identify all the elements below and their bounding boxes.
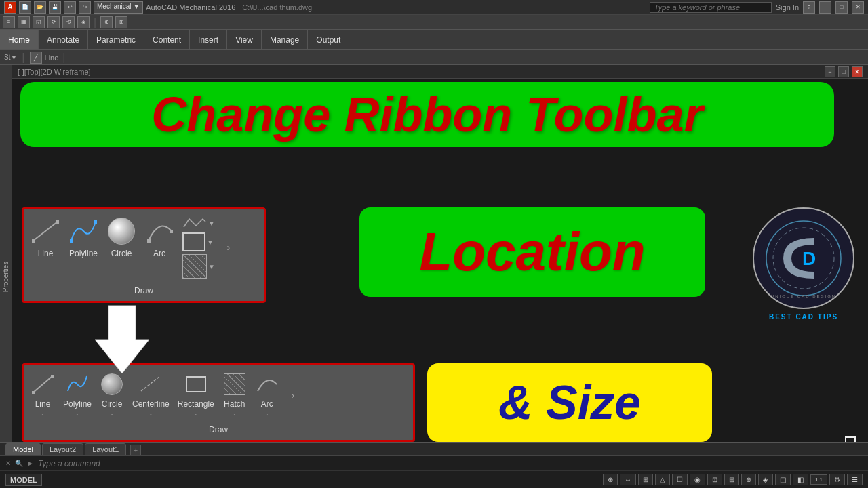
add-layout-btn[interactable]: + — [130, 445, 141, 455]
dropdown-arrow3[interactable]: ▼ — [208, 263, 215, 270]
svg-rect-6 — [170, 230, 173, 233]
ribbon-tab-manage[interactable]: Manage — [262, 30, 308, 49]
line-label-top: Line — [38, 249, 54, 258]
open-btn[interactable]: 📂 — [34, 1, 46, 14]
svg-marker-7 — [95, 306, 149, 373]
status-snap[interactable]: ↔ — [620, 474, 636, 485]
status-ducs[interactable]: ⊡ — [707, 474, 722, 485]
tool-rectangle[interactable]: Rectangle • — [178, 372, 214, 418]
down-arrow — [92, 302, 153, 380]
ribbon-tab-content[interactable]: Content — [144, 30, 190, 49]
tool-line-top[interactable]: Line — [31, 216, 60, 258]
draw-tools-top: Line Polyline Circle — [31, 216, 257, 279]
size-text: & Size — [443, 375, 696, 430]
restore-btn[interactable]: □ — [835, 1, 848, 14]
new-btn[interactable]: 📄 — [19, 1, 31, 14]
redo-btn[interactable]: ↪ — [79, 1, 91, 14]
viewport-minimize[interactable]: − — [825, 66, 835, 77]
tool2[interactable]: ◱ — [33, 16, 45, 28]
status-ws[interactable]: ⚙ — [829, 474, 845, 485]
status-osnap[interactable]: ☐ — [672, 474, 688, 485]
model-tabs: Model Layout2 Layout1 + — [0, 442, 868, 455]
minimize-btn[interactable]: − — [819, 1, 831, 14]
ribbon-tab-annotate[interactable]: Annotate — [39, 30, 88, 49]
location-text: Location — [380, 221, 685, 283]
status-sel[interactable]: ◧ — [793, 474, 808, 485]
tool-arc-top[interactable]: Arc — [144, 216, 174, 258]
tool-hatch[interactable]: Hatch • — [222, 372, 247, 418]
tool-polyline-bottom[interactable]: Polyline • — [63, 372, 92, 418]
status-grid[interactable]: ⊞ — [638, 474, 653, 485]
tab-layout1[interactable]: Layout1 — [85, 443, 126, 455]
banner-title: Change Ribbon Toolbar — [41, 90, 814, 139]
panel-expand-bottom[interactable]: › — [288, 390, 298, 401]
status-tp[interactable]: ◈ — [758, 474, 773, 485]
tool3[interactable]: ⟳ — [47, 16, 60, 28]
ribbon-tab-view[interactable]: View — [227, 30, 262, 49]
tab-model[interactable]: Model — [5, 443, 41, 455]
status-otrack[interactable]: ◉ — [690, 474, 705, 485]
svg-line-0 — [33, 222, 58, 241]
tool-arc-bottom[interactable]: Arc • — [255, 372, 279, 418]
save-btn[interactable]: 💾 — [49, 1, 61, 14]
title-bar: A 📄 📂 💾 ↩ ↪ Mechanical ▼ AutoCAD Mechani… — [0, 0, 868, 15]
app-title: AutoCAD Mechanical 2016 — [146, 3, 235, 12]
viewport-header: [-][Top][2D Wireframe] − □ ✕ — [12, 65, 868, 79]
status-ui[interactable]: ☰ — [847, 474, 863, 485]
cmd-icon2[interactable]: 🔍 — [15, 460, 23, 467]
ribbon-tab-home[interactable]: Home — [0, 30, 39, 49]
polyline-icon — [68, 216, 98, 246]
arc-dot: • — [266, 411, 268, 418]
tool-polyline-top[interactable]: Polyline — [68, 216, 98, 258]
tool7[interactable]: ⊞ — [115, 16, 127, 28]
status-ortho[interactable]: ⊕ — [603, 474, 618, 485]
model-indicator[interactable]: MODEL — [5, 474, 42, 486]
tool4[interactable]: ⟲ — [62, 16, 75, 28]
tool5[interactable]: ◈ — [77, 16, 90, 28]
line-tool-icon[interactable]: ╱ — [30, 52, 42, 64]
viewport-close[interactable]: ✕ — [852, 66, 863, 77]
tool6[interactable]: ⊕ — [100, 16, 113, 28]
status-qs[interactable]: ◫ — [775, 474, 791, 485]
line-icon-sm — [31, 372, 55, 396]
draw-panel-top: Line Polyline Circle — [22, 207, 266, 303]
cmd-icon1[interactable]: ✕ — [5, 460, 11, 467]
dropdown-arrow[interactable]: ▼ — [208, 220, 215, 227]
properties-label: Properties — [2, 261, 9, 292]
second-toolbar: St▼ | ╱ Line | — [0, 50, 868, 65]
command-input[interactable] — [38, 459, 863, 468]
logo-brand-text: BEST CAD TIPS — [769, 313, 838, 321]
close-btn[interactable]: ✕ — [852, 1, 864, 14]
undo-btn[interactable]: ↩ — [64, 1, 76, 14]
ribbon-tab-parametric[interactable]: Parametric — [88, 30, 144, 49]
status-lw[interactable]: ⊕ — [741, 474, 756, 485]
svg-text:UNIQUE CAD DESIGN: UNIQUE CAD DESIGN — [771, 294, 836, 298]
arc-icon — [144, 216, 174, 246]
dropdown-arrow2[interactable]: ▼ — [207, 239, 214, 246]
tab-layout2[interactable]: Layout2 — [42, 443, 83, 455]
tool-line-bottom[interactable]: Line • — [31, 372, 55, 418]
polyline-icon-sm — [65, 372, 90, 396]
file-name: C:\U...\cad thum.dwg — [242, 3, 312, 12]
status-polar[interactable]: △ — [655, 474, 670, 485]
line-label-bottom: Line — [35, 399, 51, 409]
tool1[interactable]: ▦ — [18, 16, 30, 28]
rectangle-icon — [184, 372, 208, 396]
arc-label-bottom: Arc — [261, 399, 273, 409]
properties-panel: Properties — [0, 65, 12, 488]
ribbon-tab-insert[interactable]: Insert — [190, 30, 227, 49]
viewport-maximize[interactable]: □ — [838, 66, 849, 77]
extra-row2: ▼ — [182, 232, 215, 251]
main-container: Properties [-][Top][2D Wireframe] − □ ✕ … — [0, 65, 868, 488]
ribbon-tab-output[interactable]: Output — [308, 30, 349, 49]
sign-in[interactable]: Sign In — [776, 3, 799, 12]
status-dyn[interactable]: ⊟ — [724, 474, 739, 485]
polyline-label-top: Polyline — [69, 249, 98, 258]
workspace-dropdown[interactable]: Mechanical ▼ — [94, 1, 143, 14]
status-anno[interactable]: 1:1 — [810, 474, 827, 485]
search-input[interactable] — [650, 2, 772, 13]
menu-btn[interactable]: ≡ — [3, 16, 15, 28]
panel-expand-top[interactable]: › — [223, 242, 234, 253]
tool-circle-top[interactable]: Circle — [106, 216, 136, 258]
help-btn[interactable]: ? — [803, 1, 815, 14]
